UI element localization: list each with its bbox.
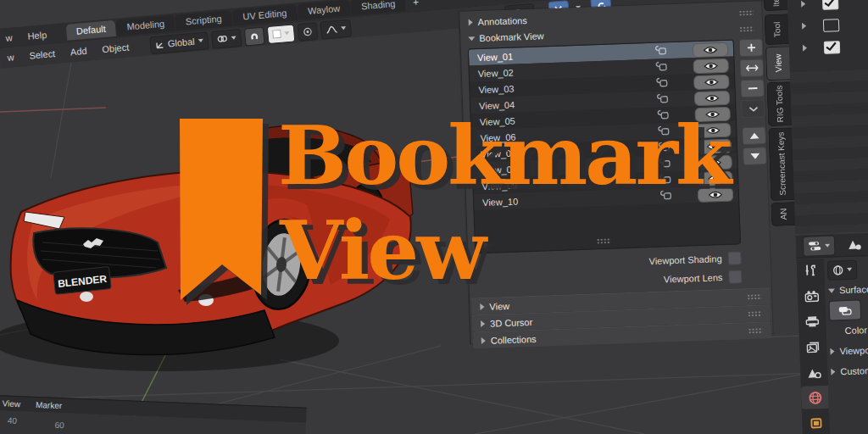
images-icon xyxy=(806,341,820,353)
outliner-empty-rows xyxy=(790,56,868,234)
tool-icon xyxy=(804,264,818,277)
sidebar-tab-an[interactable]: AN xyxy=(771,202,795,226)
outliner-row[interactable] xyxy=(788,10,868,37)
blender-promo-screenshot: View Marker 40 60 xyxy=(0,0,868,434)
pivot-dropdown[interactable] xyxy=(211,28,242,48)
panel-collections-label: Collections xyxy=(491,333,537,345)
background-node-button[interactable] xyxy=(828,299,861,320)
viewport-lens-label: Viewport Lens xyxy=(664,272,723,284)
viewport-display-label: Viewport Display xyxy=(839,344,868,357)
panel-grip[interactable] xyxy=(748,311,762,318)
lock-icon[interactable] xyxy=(654,77,668,88)
sidebar-tab-screencast-keys[interactable]: Screencast Keys xyxy=(768,127,794,201)
viewport-menu-object[interactable]: Object xyxy=(94,42,137,55)
world-icon xyxy=(808,391,823,405)
panel-bookmark-view-label: Bookmark View xyxy=(479,31,544,43)
expand-right-icon xyxy=(481,320,485,326)
timeline-menu-marker[interactable]: Marker xyxy=(28,400,70,411)
properties-icon xyxy=(808,241,821,252)
viewport-display-panel-header[interactable]: Viewport Display xyxy=(830,337,868,362)
outliner-checkbox[interactable] xyxy=(823,19,840,32)
add-workspace-button[interactable]: + xyxy=(405,0,426,10)
tab-object-properties[interactable] xyxy=(802,411,830,434)
magnet-icon xyxy=(249,31,259,42)
expand-right-icon xyxy=(830,348,834,355)
visibility-eye-button[interactable] xyxy=(693,58,729,74)
add-view-button[interactable] xyxy=(739,38,764,57)
viewport-menu-select[interactable]: Select xyxy=(21,47,63,61)
eye-icon xyxy=(703,45,718,55)
menu-window-tail[interactable]: w xyxy=(0,31,20,43)
falloff-curve-icon xyxy=(326,24,338,34)
list-expand-icon[interactable] xyxy=(484,242,488,248)
panel-3d-cursor-label: 3D Cursor xyxy=(490,316,533,328)
double-arrow-icon xyxy=(745,64,758,73)
lock-icon[interactable] xyxy=(653,61,667,72)
view-name: View_01 xyxy=(469,51,513,63)
workspace-tab-default[interactable]: Default xyxy=(65,20,116,41)
sidebar-tab-tool[interactable]: Tool xyxy=(765,14,789,45)
custom-properties-panel-header[interactable]: Custom Properties xyxy=(831,358,868,382)
panel-grip[interactable] xyxy=(748,328,763,335)
expand-right-icon xyxy=(802,22,806,29)
timeline-tick-60: 60 xyxy=(54,420,64,430)
logo-line-2: View xyxy=(280,210,484,292)
viewport-menu-view-tail[interactable]: w xyxy=(0,52,22,64)
outliner-checkbox[interactable] xyxy=(824,41,841,54)
tab-tool-properties[interactable] xyxy=(797,259,825,282)
viewport-lens-checkbox[interactable] xyxy=(728,270,743,284)
editor-type-dropdown[interactable] xyxy=(803,235,836,256)
surface-panel-header[interactable]: Surface xyxy=(828,276,868,301)
list-buttons xyxy=(739,38,767,168)
snap-toggle[interactable] xyxy=(243,26,264,46)
visibility-eye-button[interactable] xyxy=(693,42,729,58)
move-down-button[interactable] xyxy=(743,147,767,165)
panel-view-label: View xyxy=(489,300,509,311)
viewport-menu-add[interactable]: Add xyxy=(63,45,95,58)
properties-header xyxy=(796,231,868,259)
viewport-shading-toggle-row: Viewport Shading xyxy=(648,251,742,268)
viewport-shading-checkbox[interactable] xyxy=(727,251,742,265)
sidebar-tab-view[interactable]: View xyxy=(765,46,790,81)
world-datablock-dropdown[interactable] xyxy=(827,259,858,280)
properties-tab-column xyxy=(797,259,832,434)
menu-help[interactable]: Help xyxy=(19,29,55,42)
tab-world-properties[interactable] xyxy=(801,386,829,409)
tab-view-layer-properties[interactable] xyxy=(799,335,827,359)
move-up-button[interactable] xyxy=(742,126,766,145)
view-name: View_03 xyxy=(470,83,514,95)
object-icon xyxy=(810,417,822,430)
proportional-icon xyxy=(303,26,313,36)
tab-output-properties[interactable] xyxy=(798,309,826,333)
panel-grip[interactable] xyxy=(747,294,761,301)
snap-target-dropdown[interactable] xyxy=(266,24,295,44)
orientation-dropdown[interactable]: Global xyxy=(149,31,209,54)
world-small-icon xyxy=(832,264,843,275)
surface-label: Surface xyxy=(839,284,868,295)
specials-menu-button[interactable] xyxy=(741,99,765,118)
panel-grip[interactable] xyxy=(739,25,754,32)
swap-view-button[interactable] xyxy=(739,58,764,77)
proportional-edit-toggle[interactable] xyxy=(297,22,318,42)
timeline-menu-view[interactable]: View xyxy=(0,398,28,409)
panel-grip[interactable] xyxy=(738,9,753,16)
falloff-dropdown[interactable] xyxy=(320,19,352,39)
expand-right-icon xyxy=(801,1,805,8)
outliner-row[interactable] xyxy=(789,32,868,59)
list-resize-grip[interactable] xyxy=(597,237,611,244)
sidebar-tab-item[interactable]: Item xyxy=(763,0,787,11)
tab-render-properties[interactable] xyxy=(798,284,826,308)
visibility-eye-button[interactable] xyxy=(694,91,731,106)
lock-icon[interactable] xyxy=(653,45,667,56)
expand-right-icon xyxy=(803,44,807,51)
eye-icon xyxy=(704,77,719,87)
remove-view-button[interactable] xyxy=(740,79,765,97)
lock-icon[interactable] xyxy=(654,93,669,104)
color-label: Color xyxy=(844,325,867,336)
tab-scene-properties[interactable] xyxy=(800,360,828,384)
sidebar-tab-rig-tools[interactable]: RIG Tools xyxy=(766,81,792,126)
outliner-checkbox[interactable] xyxy=(822,0,839,9)
visibility-eye-button[interactable] xyxy=(693,75,730,90)
list-footer xyxy=(476,230,740,251)
expand-right-icon xyxy=(480,303,484,309)
